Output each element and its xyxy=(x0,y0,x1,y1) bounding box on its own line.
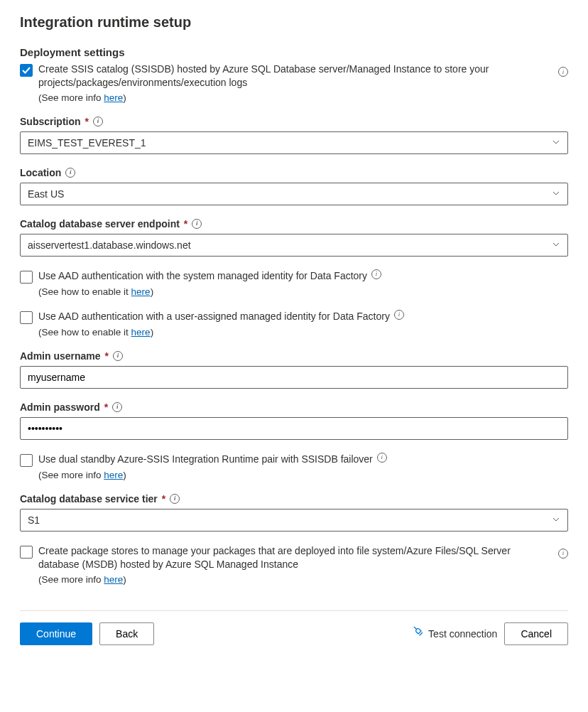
info-icon[interactable]: i xyxy=(192,219,202,229)
back-button[interactable]: Back xyxy=(99,622,154,645)
location-label: Location xyxy=(20,167,61,178)
chevron-down-icon xyxy=(552,137,560,149)
info-icon[interactable]: i xyxy=(371,269,381,279)
required-indicator: * xyxy=(104,401,108,413)
footer: Continue Back Test connection Cancel xyxy=(20,610,568,657)
info-icon[interactable]: i xyxy=(558,549,568,559)
package-stores-label: Create package stores to manage your pac… xyxy=(38,544,545,571)
aad-user-hint-link[interactable]: here xyxy=(131,327,151,338)
subscription-select[interactable]: EIMS_TEST_EVEREST_1 xyxy=(20,131,568,154)
subscription-label-row: Subscription * i xyxy=(20,116,568,127)
package-stores-hint-link[interactable]: here xyxy=(104,574,123,585)
aad-user-row: Use AAD authentication with a user-assig… xyxy=(20,310,568,324)
info-icon[interactable]: i xyxy=(93,117,103,126)
deployment-heading: Deployment settings xyxy=(20,46,568,58)
admin-username-label-row: Admin username * i xyxy=(20,350,568,362)
aad-system-hint-link[interactable]: here xyxy=(131,286,151,297)
info-icon[interactable]: i xyxy=(112,402,122,412)
info-icon[interactable]: i xyxy=(65,168,75,178)
info-icon[interactable]: i xyxy=(394,310,404,320)
aad-user-hint: (See how to enable it here) xyxy=(38,327,568,338)
create-catalog-row: Create SSIS catalog (SSISDB) hosted by A… xyxy=(20,63,568,103)
create-catalog-label: Create SSIS catalog (SSISDB) hosted by A… xyxy=(38,63,545,90)
admin-password-label-row: Admin password * i xyxy=(20,401,568,413)
catalog-endpoint-label-row: Catalog database server endpoint * i xyxy=(20,218,568,230)
chevron-down-icon xyxy=(552,514,560,526)
aad-system-hint: (See how to enable it here) xyxy=(38,286,568,297)
admin-password-input-wrap xyxy=(20,417,568,440)
chevron-down-icon xyxy=(552,239,560,251)
catalog-endpoint-label: Catalog database server endpoint xyxy=(20,218,180,230)
create-catalog-hint: (See more info here) xyxy=(38,92,545,103)
test-connection-link[interactable]: Test connection xyxy=(411,627,497,640)
page-title: Integration runtime setup xyxy=(20,14,568,31)
required-indicator: * xyxy=(184,218,187,230)
aad-user-label: Use AAD authentication with a user-assig… xyxy=(38,310,390,323)
create-catalog-hint-link[interactable]: here xyxy=(104,92,123,103)
create-catalog-checkbox[interactable] xyxy=(20,64,33,77)
admin-username-input-wrap xyxy=(20,366,568,389)
package-stores-hint: (See more info here) xyxy=(38,574,545,585)
catalog-endpoint-select[interactable]: aisservertest1.database.windows.net xyxy=(20,234,568,257)
check-icon xyxy=(22,66,31,75)
service-tier-label-row: Catalog database service tier * i xyxy=(20,493,568,505)
service-tier-label: Catalog database service tier xyxy=(20,493,158,505)
admin-username-label: Admin username xyxy=(20,350,101,362)
service-tier-select[interactable]: S1 xyxy=(20,509,568,532)
continue-button[interactable]: Continue xyxy=(20,622,92,645)
dual-standby-hint-link[interactable]: here xyxy=(104,470,123,480)
package-stores-row: Create package stores to manage your pac… xyxy=(20,544,568,585)
required-indicator: * xyxy=(105,350,109,362)
cancel-button[interactable]: Cancel xyxy=(504,622,568,645)
dual-standby-row: Use dual standby Azure-SSIS Integration … xyxy=(20,453,568,467)
aad-user-checkbox[interactable] xyxy=(20,311,33,324)
info-icon[interactable]: i xyxy=(558,67,568,77)
subscription-label: Subscription xyxy=(20,116,81,127)
package-stores-checkbox[interactable] xyxy=(20,546,33,559)
admin-password-label: Admin password xyxy=(20,401,100,413)
location-label-row: Location i xyxy=(20,167,568,178)
aad-system-label: Use AAD authentication with the system m… xyxy=(38,269,367,283)
admin-password-input[interactable] xyxy=(28,423,560,434)
info-icon[interactable]: i xyxy=(170,494,180,504)
dual-standby-label: Use dual standby Azure-SSIS Integration … xyxy=(38,453,373,466)
required-indicator: * xyxy=(162,493,165,505)
aad-system-checkbox[interactable] xyxy=(20,271,33,284)
plug-icon xyxy=(411,627,423,640)
dual-standby-hint: (See more info here) xyxy=(38,470,568,480)
aad-system-row: Use AAD authentication with the system m… xyxy=(20,269,568,284)
info-icon[interactable]: i xyxy=(113,351,123,361)
location-select[interactable]: East US xyxy=(20,183,568,205)
dual-standby-checkbox[interactable] xyxy=(20,454,33,467)
chevron-down-icon xyxy=(552,188,560,200)
admin-username-input[interactable] xyxy=(28,372,560,383)
required-indicator: * xyxy=(85,116,89,127)
info-icon[interactable]: i xyxy=(377,453,387,463)
